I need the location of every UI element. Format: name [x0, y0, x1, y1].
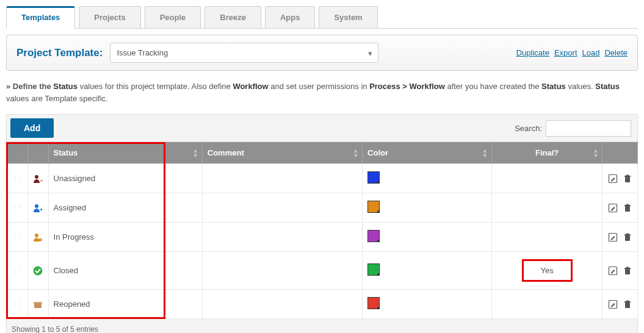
- comment-cell: [202, 193, 362, 223]
- col-icon: [28, 142, 48, 164]
- panel-title: Project Template:: [16, 47, 103, 59]
- edit-icon[interactable]: [608, 173, 618, 184]
- delete-icon[interactable]: [623, 202, 632, 213]
- action-load[interactable]: Load: [582, 48, 600, 57]
- svg-point-0: [35, 175, 38, 179]
- drag-handle-icon[interactable]: ⋮⋮: [12, 175, 23, 182]
- color-cell[interactable]: [363, 164, 492, 193]
- tab-people[interactable]: People: [145, 6, 201, 28]
- color-swatch[interactable]: [367, 201, 380, 213]
- col-comment[interactable]: Comment▲▼: [202, 142, 362, 164]
- svg-rect-5: [626, 174, 629, 176]
- col-actions: [602, 142, 638, 164]
- edit-icon[interactable]: [608, 265, 618, 276]
- svg-rect-22: [626, 267, 629, 268]
- tab-system[interactable]: System: [319, 6, 377, 28]
- person-assigned-icon: +: [33, 202, 43, 212]
- table-row: ⋮⋮ClosedYes: [7, 252, 638, 290]
- svg-rect-24: [34, 302, 42, 304]
- template-panel: Project Template: Issue Tracking Duplica…: [6, 35, 638, 71]
- col-color[interactable]: Color▲▼: [363, 142, 492, 164]
- table-toolbar: Add Search:: [6, 114, 638, 141]
- description-text: » Define the Status values for this proj…: [6, 81, 638, 104]
- box-open-icon: [33, 299, 43, 308]
- delete-icon[interactable]: [623, 173, 632, 184]
- drag-handle-icon[interactable]: ⋮⋮: [12, 234, 23, 241]
- delete-icon[interactable]: [623, 265, 632, 276]
- table-footer-text: Showing 1 to 5 of 5 entries: [7, 319, 638, 334]
- status-table: Status▲▼ Comment▲▼ Color▲▼ Final?▲▼ ⋮⋮−U…: [6, 141, 638, 333]
- status-cell: Reopened: [48, 290, 202, 319]
- color-swatch[interactable]: [367, 297, 380, 309]
- svg-point-12: [35, 234, 38, 237]
- svg-point-6: [35, 204, 38, 208]
- drag-handle-icon[interactable]: ⋮⋮: [12, 301, 23, 308]
- person-progress-icon: [33, 232, 43, 241]
- add-button[interactable]: Add: [10, 118, 54, 138]
- svg-text:−: −: [40, 178, 43, 184]
- tab-apps[interactable]: Apps: [265, 6, 316, 28]
- tab-projects[interactable]: Projects: [79, 6, 140, 28]
- status-cell: In Progress: [48, 223, 202, 252]
- tabs-bar: TemplatesProjectsPeopleBreezeAppsSystem: [6, 6, 638, 29]
- action-export[interactable]: Export: [554, 48, 577, 57]
- svg-text:+: +: [40, 207, 43, 213]
- svg-rect-9: [625, 206, 630, 212]
- tab-breeze[interactable]: Breeze: [204, 6, 261, 28]
- search-input[interactable]: [546, 120, 631, 137]
- color-cell[interactable]: [363, 290, 492, 319]
- drag-handle-icon[interactable]: ⋮⋮: [12, 204, 23, 212]
- delete-icon[interactable]: [623, 299, 632, 309]
- edit-icon[interactable]: [608, 299, 618, 309]
- panel-actions: DuplicateExportLoadDelete: [512, 48, 628, 57]
- header-row: Status▲▼ Comment▲▼ Color▲▼ Final?▲▼: [7, 142, 638, 164]
- table-row: ⋮⋮−Unassigned: [7, 164, 638, 193]
- table-row: ⋮⋮In Progress: [7, 223, 638, 252]
- delete-icon[interactable]: [623, 232, 632, 242]
- comment-cell: [202, 252, 362, 290]
- color-cell[interactable]: [363, 252, 492, 290]
- action-delete[interactable]: Delete: [604, 48, 628, 57]
- table-row: ⋮⋮Reopened: [7, 290, 638, 319]
- status-cell: Unassigned: [48, 164, 202, 193]
- edit-icon[interactable]: [608, 232, 618, 242]
- search-label: Search:: [515, 124, 542, 133]
- table-footer-row: Showing 1 to 5 of 5 entries: [7, 319, 638, 334]
- highlight-final-yes: Yes: [522, 259, 573, 282]
- template-select[interactable]: Issue Tracking: [110, 43, 378, 63]
- final-cell: [491, 290, 602, 319]
- col-status[interactable]: Status▲▼: [48, 142, 202, 164]
- comment-cell: [202, 223, 362, 252]
- final-cell: [491, 164, 602, 193]
- svg-rect-11: [626, 204, 629, 205]
- svg-rect-15: [625, 235, 630, 241]
- svg-rect-17: [626, 233, 629, 234]
- color-cell[interactable]: [363, 193, 492, 223]
- color-swatch[interactable]: [367, 263, 380, 276]
- final-cell: [491, 193, 602, 223]
- final-cell: Yes: [491, 252, 602, 290]
- comment-cell: [202, 290, 362, 319]
- edit-icon[interactable]: [608, 202, 618, 213]
- status-cell: Closed: [48, 252, 202, 290]
- person-unassigned-icon: −: [33, 173, 43, 182]
- col-final[interactable]: Final?▲▼: [491, 142, 602, 164]
- svg-rect-23: [34, 303, 42, 308]
- check-circle-icon: [33, 265, 43, 274]
- col-drag: [7, 142, 28, 164]
- table-row: ⋮⋮+Assigned: [7, 193, 638, 223]
- tab-templates[interactable]: Templates: [6, 6, 75, 29]
- comment-cell: [202, 164, 362, 193]
- template-select-value: Issue Tracking: [117, 48, 168, 57]
- final-cell: [491, 223, 602, 252]
- action-duplicate[interactable]: Duplicate: [516, 48, 549, 57]
- color-swatch[interactable]: [367, 230, 380, 242]
- color-cell[interactable]: [363, 223, 492, 252]
- status-cell: Assigned: [48, 193, 202, 223]
- color-swatch[interactable]: [367, 171, 380, 184]
- drag-handle-icon[interactable]: ⋮⋮: [12, 267, 23, 274]
- svg-rect-3: [625, 177, 630, 182]
- svg-rect-26: [625, 303, 630, 308]
- svg-rect-28: [626, 300, 629, 301]
- svg-point-18: [34, 266, 43, 275]
